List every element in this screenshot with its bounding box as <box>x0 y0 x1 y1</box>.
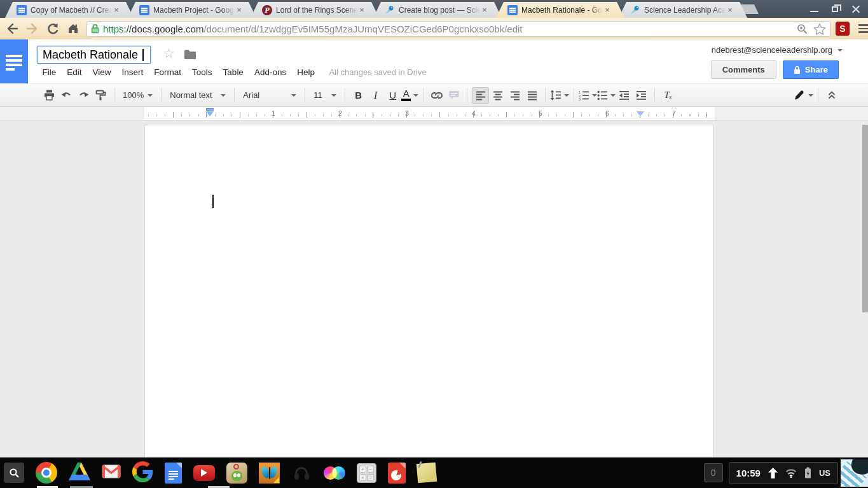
align-center-button[interactable] <box>489 87 506 104</box>
tab-title: Lord of the Rings Scene M <box>276 6 357 15</box>
headphones-app-icon[interactable] <box>291 463 312 484</box>
clear-formatting-button[interactable]: Tₓ <box>659 87 677 104</box>
browser-tab-4[interactable]: Create blog post — Scienc × <box>373 2 502 18</box>
redo-button[interactable] <box>75 87 92 104</box>
doc-title-input[interactable]: Macbeth Rationale <box>37 46 151 64</box>
app-launcher-button[interactable] <box>4 463 24 483</box>
text-color-button[interactable]: A <box>401 87 418 104</box>
tab-close-icon[interactable]: × <box>603 6 612 15</box>
numbered-list-button[interactable]: 123 <box>579 87 597 104</box>
butterfly-gallery-app-icon[interactable] <box>259 463 280 484</box>
chevron-down-icon <box>291 94 296 97</box>
extension-s-button[interactable]: S <box>836 22 850 36</box>
back-button[interactable] <box>4 20 20 37</box>
chrome-app-icon[interactable] <box>36 462 57 484</box>
gmail-app-icon[interactable] <box>102 464 121 481</box>
google-search-app-icon[interactable] <box>132 461 153 485</box>
vertical-scrollbar[interactable] <box>862 125 868 312</box>
document-page[interactable] <box>144 125 713 457</box>
align-right-button[interactable] <box>506 87 523 104</box>
comments-button[interactable]: Comments <box>711 60 776 79</box>
tab-close-icon[interactable]: × <box>480 6 489 15</box>
undo-button[interactable] <box>58 87 75 104</box>
clear-formatting-glyph: Tₓ <box>664 90 672 101</box>
close-window-icon[interactable] <box>851 4 860 13</box>
browser-tab-1[interactable]: Copy of Macbeth // Creati × <box>5 2 134 18</box>
minimize-icon[interactable] <box>810 11 818 12</box>
menu-view[interactable]: View <box>87 65 116 80</box>
separator <box>161 88 162 102</box>
menu-file[interactable]: File <box>37 65 62 80</box>
reload-button[interactable] <box>45 20 61 37</box>
separator <box>423 88 424 102</box>
toolbar-right-group <box>793 87 840 104</box>
tab-title: Macbeth Rationale - Goog <box>521 6 603 15</box>
font-family-select[interactable]: Arial <box>239 87 300 104</box>
forward-button[interactable] <box>24 20 41 37</box>
right-indent-marker[interactable] <box>637 111 644 116</box>
tab-close-icon[interactable]: × <box>726 6 734 15</box>
bold-button[interactable]: B <box>350 87 367 104</box>
left-indent-marker[interactable] <box>206 111 214 116</box>
address-bar[interactable]: https://docs.google.com/document/d/1zwdg… <box>86 21 830 37</box>
increase-indent-button[interactable] <box>633 87 650 104</box>
italic-button[interactable]: I <box>367 87 384 104</box>
tab-close-icon[interactable]: × <box>112 6 121 15</box>
notification-counter[interactable]: 0 <box>704 463 723 482</box>
menu-edit[interactable]: Edit <box>62 65 87 80</box>
insert-link-button[interactable] <box>428 87 445 104</box>
ruler-label: 3 <box>403 109 411 117</box>
font-size-select[interactable]: 11 <box>310 87 340 104</box>
home-button[interactable] <box>65 20 81 37</box>
account-avatar[interactable] <box>841 459 868 487</box>
sticky-notes-app-icon[interactable] <box>417 463 437 484</box>
print-button[interactable] <box>41 87 58 104</box>
screen: Copy of Macbeth // Creati × Macbeth Proj… <box>0 0 868 488</box>
menu-tools[interactable]: Tools <box>187 65 218 80</box>
cut-the-rope-app-icon[interactable] <box>226 463 247 484</box>
chevron-down-icon <box>610 94 616 97</box>
star-document-icon[interactable]: ☆ <box>163 46 175 61</box>
docs-app-icon[interactable] <box>165 463 182 484</box>
youtube-app-icon[interactable] <box>193 465 215 481</box>
google-docs-logo[interactable] <box>0 39 28 83</box>
browser-tab-2[interactable]: Macbeth Project - Google × <box>128 2 256 18</box>
zoom-icon[interactable] <box>796 23 808 35</box>
restore-window-icon[interactable] <box>832 6 838 12</box>
tab-close-icon[interactable]: × <box>235 6 244 15</box>
bookmark-star-icon[interactable] <box>813 23 826 35</box>
zoom-select[interactable]: 100% <box>119 87 156 104</box>
align-justify-button[interactable] <box>523 87 541 104</box>
share-button[interactable]: Share <box>783 60 839 79</box>
account-menu[interactable]: ndebrest@scienceleadership.org <box>712 45 843 55</box>
ruler-label: 2 <box>336 109 344 117</box>
browser-tab-6[interactable]: Science Leadership Acade × <box>619 2 747 18</box>
paint-format-button[interactable] <box>92 87 109 104</box>
menu-format[interactable]: Format <box>149 65 187 80</box>
line-spacing-button[interactable] <box>550 87 569 104</box>
drive-app-icon[interactable] <box>69 462 90 484</box>
system-tray[interactable]: 10:59 US <box>729 462 838 484</box>
edit-mode-pencil-button[interactable] <box>793 87 813 104</box>
browser-tab-3[interactable]: P Lord of the Rings Scene M × <box>251 2 379 18</box>
collapse-menus-button[interactable] <box>823 87 840 104</box>
underline-button[interactable]: U <box>384 87 401 104</box>
bulleted-list-button[interactable] <box>597 87 616 104</box>
move-to-folder-icon[interactable] <box>184 49 196 62</box>
first-line-indent-marker[interactable] <box>206 108 214 111</box>
menu-addons[interactable]: Add-ons <box>249 65 291 80</box>
menu-insert[interactable]: Insert <box>116 65 149 80</box>
browser-menu-icon[interactable] <box>855 20 868 37</box>
align-left-button[interactable] <box>472 87 489 104</box>
tab-close-icon[interactable]: × <box>357 6 366 15</box>
menu-table[interactable]: Table <box>217 65 249 80</box>
color-wheel-app-icon[interactable] <box>324 463 345 484</box>
tab-title: Create blog post — Scienc <box>399 6 480 15</box>
insert-comment-button[interactable] <box>445 87 462 104</box>
paragraph-style-select[interactable]: Normal text <box>166 87 230 104</box>
decrease-indent-button[interactable] <box>616 87 633 104</box>
video-player-app-icon[interactable] <box>388 463 406 484</box>
calculator-app-icon[interactable]: +−×= <box>357 463 376 483</box>
browser-tab-5-active[interactable]: Macbeth Rationale - Goog × <box>496 2 624 18</box>
menu-help[interactable]: Help <box>292 65 320 80</box>
